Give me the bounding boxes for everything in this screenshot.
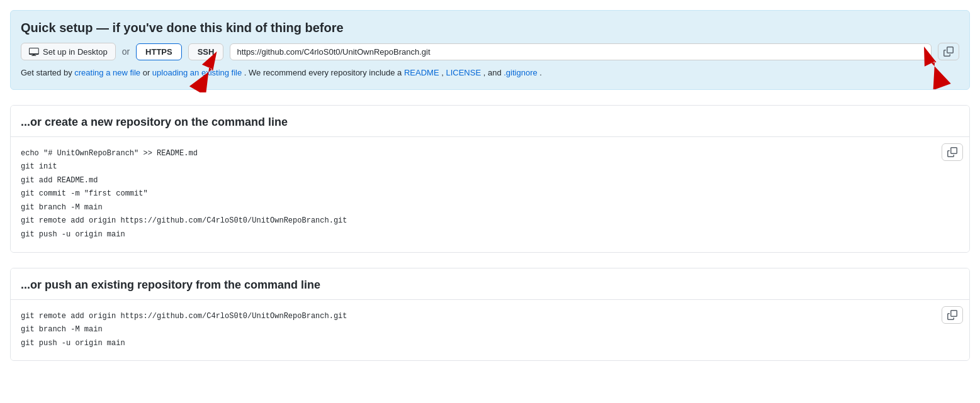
create-repo-section: ...or create a new repository on the com… xyxy=(10,105,970,253)
links-text5: , and xyxy=(483,68,504,77)
push-existing-code: git remote add origin https://github.com… xyxy=(11,300,969,361)
desktop-icon xyxy=(29,47,39,57)
creating-new-file-link[interactable]: creating a new file xyxy=(74,68,140,77)
quick-setup-controls: Set up in Desktop or HTTPS SSH xyxy=(21,43,959,60)
code-line: git push -u origin main xyxy=(21,337,959,351)
links-text1: Get started by xyxy=(21,68,74,77)
create-repo-lines: echo "# UnitOwnRepoBranch" >> README.mdg… xyxy=(21,147,959,242)
push-existing-header: ...or push an existing repository from t… xyxy=(11,268,969,300)
code-line: git branch -M main xyxy=(21,201,959,215)
code-line: git add README.md xyxy=(21,174,959,188)
https-button[interactable]: HTTPS xyxy=(136,43,182,60)
code-line: git push -u origin main xyxy=(21,228,959,242)
license-link[interactable]: LICENSE xyxy=(446,68,481,77)
copy-icon-push xyxy=(947,310,957,320)
readme-link[interactable]: README xyxy=(404,68,439,77)
code-line: git branch -M main xyxy=(21,323,959,337)
quick-setup-title: Quick setup — if you've done this kind o… xyxy=(21,21,959,35)
uploading-existing-link[interactable]: uploading an existing file xyxy=(152,68,242,77)
links-text6: . xyxy=(539,68,542,77)
ssh-button[interactable]: SSH xyxy=(188,43,224,60)
repo-url-wrapper xyxy=(230,43,932,60)
code-line: git remote add origin https://github.com… xyxy=(21,310,959,324)
create-repo-code: echo "# UnitOwnRepoBranch" >> README.mdg… xyxy=(11,137,969,252)
push-existing-lines: git remote add origin https://github.com… xyxy=(21,310,959,351)
copy-push-button[interactable] xyxy=(942,306,963,324)
or-separator: or xyxy=(122,47,130,57)
copy-icon xyxy=(943,47,954,57)
copy-create-button[interactable] xyxy=(942,143,963,161)
code-line: git commit -m "first commit" xyxy=(21,187,959,201)
code-line: git init xyxy=(21,160,959,174)
repo-url-input[interactable] xyxy=(237,47,925,57)
code-line: git remote add origin https://github.com… xyxy=(21,214,959,228)
copy-icon-create xyxy=(947,147,957,157)
links-text3: . We recommend every repository include … xyxy=(244,68,404,77)
setup-desktop-label: Set up in Desktop xyxy=(43,47,108,57)
quick-setup-section: Quick setup — if you've done this kind o… xyxy=(10,10,970,90)
links-text2: or xyxy=(143,68,152,77)
push-existing-section: ...or push an existing repository from t… xyxy=(10,268,970,362)
quick-setup-links: Get started by creating a new file or up… xyxy=(21,67,959,79)
create-repo-header: ...or create a new repository on the com… xyxy=(11,106,969,137)
setup-desktop-button[interactable]: Set up in Desktop xyxy=(21,43,116,60)
gitignore-link[interactable]: .gitignore xyxy=(504,68,537,77)
code-line: echo "# UnitOwnRepoBranch" >> README.md xyxy=(21,147,959,161)
copy-url-button[interactable] xyxy=(938,43,959,60)
